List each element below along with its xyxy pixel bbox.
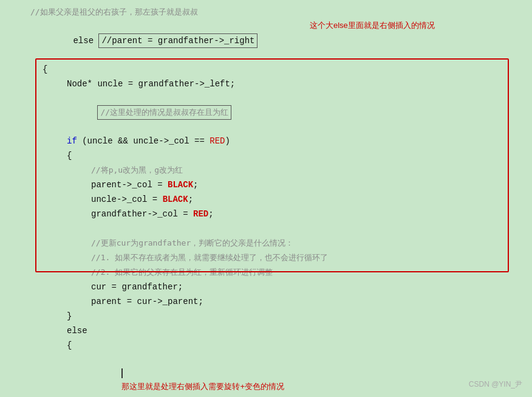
line-cur-grandfather: cur = grandfather; [0, 280, 532, 294]
code-container: //如果父亲是祖父的右孩子，那左孩子就是叔叔 else //parent = g… [0, 0, 532, 397]
line-text: { [43, 63, 532, 76]
line-brace-open3: { [0, 338, 532, 353]
line-text: Node* uncle = grandfather->_left; [67, 77, 532, 91]
line-brace-open2: { [0, 148, 532, 163]
line-comment-2: //2. 如果它的父亲存在且为红，重新循环进行调整 [0, 265, 532, 280]
line-text: if (uncle && uncle->_col == RED) [67, 134, 532, 148]
line-else: else //parent = grandfather->_right 这个大e… [0, 19, 532, 62]
line-text: //更新cur为grandfather，判断它的父亲是什么情况： [91, 236, 532, 250]
line-text: //如果父亲是祖父的右孩子，那左孩子就是叔叔 [30, 5, 532, 19]
else-box: //parent = grandfather->_right [98, 33, 257, 48]
line-text: //这里处理的情况是叔叔存在且为红 [67, 92, 532, 133]
line-text: uncle->_col = BLACK; [91, 193, 532, 206]
line-uncle-decl: Node* uncle = grandfather->_left; [0, 77, 532, 91]
line-grandfather-red: grandfather->_col = RED; [0, 207, 532, 221]
line-text: else [67, 324, 532, 337]
line-comment-pyu: //将p,u改为黑，g改为红 [0, 163, 532, 178]
line-empty1 [0, 221, 532, 236]
line-text: parent->_col = BLACK; [91, 178, 532, 192]
cursor-bar [121, 368, 123, 378]
line-text: else //parent = grandfather->_right [30, 20, 532, 61]
line-text: //2. 如果它的父亲存在且为红，重新循环进行调整 [91, 266, 532, 279]
comment-box: //这里处理的情况是叔叔存在且为红 [97, 105, 231, 120]
line-comment-1: //1. 如果不存在或者为黑，就需要继续处理了，也不会进行循环了 [0, 250, 532, 265]
annotation-right-insert: 那这里就是处理右侧插入需要旋转+变色的情况 [121, 382, 284, 391]
line-comment-cur: //更新cur为grandfather，判断它的父亲是什么情况： [0, 236, 532, 250]
line-else2: else [0, 323, 532, 338]
line-text: cur = grandfather; [91, 280, 532, 294]
line-text: //1. 如果不存在或者为黑，就需要继续处理了，也不会进行循环了 [91, 251, 532, 264]
else-keyword: else [73, 36, 98, 46]
line-text: grandfather->_col = RED; [91, 207, 532, 221]
line-if: if (uncle && uncle->_col == RED) [0, 134, 532, 148]
line-text: parent = cur->_parent; [91, 295, 532, 308]
line-top-comment: //如果父亲是祖父的右孩子，那左孩子就是叔叔 [0, 5, 532, 19]
line-text: { [67, 149, 532, 162]
line-brace-open1: { [0, 62, 532, 77]
line-text [30, 222, 532, 235]
line-text: } [67, 309, 532, 323]
line-brace-close2: } [0, 309, 532, 323]
line-comment-uncle: //这里处理的情况是叔叔存在且为红 [0, 91, 532, 134]
line-text: { [67, 339, 532, 352]
line-text: 那这里就是处理右侧插入需要旋转+变色的情况 [91, 353, 532, 397]
line-parent-black: parent->_col = BLACK; [0, 178, 532, 192]
line-text: //将p,u改为黑，g改为红 [91, 164, 532, 177]
annotation-else: 这个大else里面就是右侧插入的情况 [310, 20, 435, 31]
watermark: CSDN @YIN_尹 [469, 379, 522, 390]
line-cursor-annotation: 那这里就是处理右侧插入需要旋转+变色的情况 [0, 353, 532, 397]
line-uncle-black: uncle->_col = BLACK; [0, 192, 532, 207]
line-parent-cur: parent = cur->_parent; [0, 294, 532, 309]
black-keyword: BLACK [168, 180, 193, 190]
